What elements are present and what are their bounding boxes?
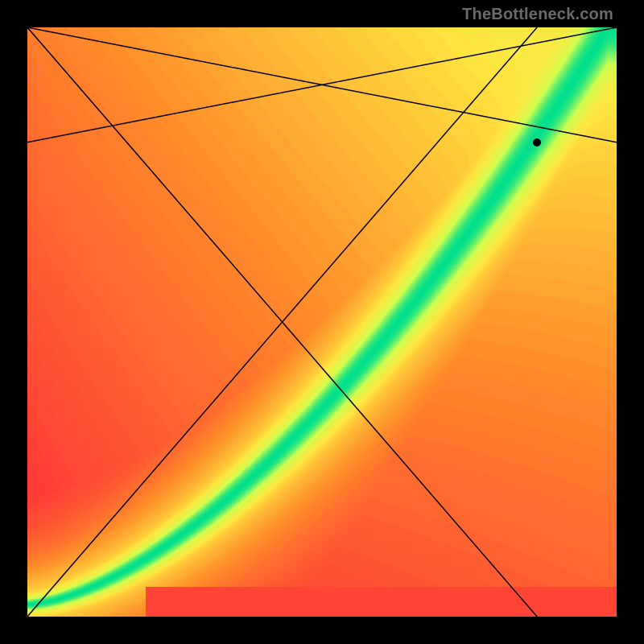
marker-dot [533,138,541,147]
crosshair-vertical [27,27,537,617]
chart-frame: TheBottleneck.com [0,0,644,644]
crosshair-vertical-b [27,27,537,617]
crosshair-horizontal-b [27,27,617,142]
crosshair-overlay [27,27,617,617]
crosshair-horizontal [27,27,617,142]
heatmap-canvas [27,27,617,617]
attribution-label: TheBottleneck.com [462,5,613,23]
